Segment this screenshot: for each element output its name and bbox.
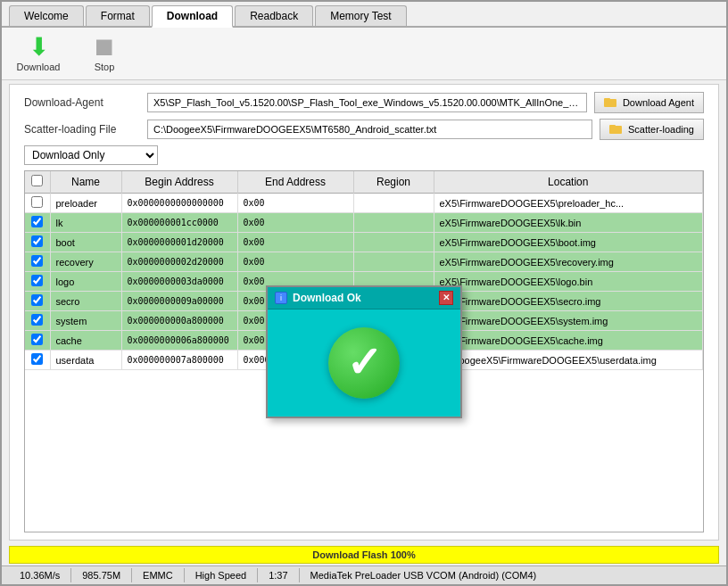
success-checkmark: ✓ <box>328 327 400 399</box>
progress-text: Download Flash 100% <box>312 549 416 560</box>
tab-bar: Welcome Format Download Readback Memory … <box>2 2 726 28</box>
download-agent-label: Download-Agent <box>24 96 140 109</box>
dialog-title: Download Ok <box>293 292 361 304</box>
folder-icon <box>604 98 616 107</box>
scatter-loading-input[interactable] <box>147 120 592 139</box>
status-speed: 10.36M/s <box>9 568 71 582</box>
tab-readback[interactable]: Readback <box>235 5 313 26</box>
status-connection: High Speed <box>185 568 259 582</box>
toolbar: ⬇ Download ⏹ Stop <box>2 28 726 80</box>
dialog-info-icon: i <box>275 292 287 304</box>
download-agent-input[interactable] <box>147 93 587 112</box>
dialog-close-button[interactable]: ✕ <box>439 291 453 305</box>
download-ok-dialog: i Download Ok ✕ ✓ <box>266 285 462 418</box>
download-mode-row: Download Only Firmware Upgrade Format Al… <box>24 145 704 165</box>
tab-format[interactable]: Format <box>86 5 150 26</box>
firmware-table: Name Begin Address End Address Region Lo… <box>24 170 704 532</box>
main-window: Welcome Format Download Readback Memory … <box>0 0 728 586</box>
dialog-body: ✓ <box>268 310 460 417</box>
dialog-title-content: i Download Ok <box>275 292 361 304</box>
stop-icon: ⏹ <box>92 35 117 60</box>
progress-bar: Download Flash 100% <box>9 546 719 564</box>
stop-button[interactable]: ⏹ Stop <box>82 35 127 72</box>
download-button[interactable]: ⬇ Download <box>16 35 61 72</box>
scatter-loading-label: Scatter-loading File <box>24 123 140 136</box>
stop-label: Stop <box>95 62 115 72</box>
download-mode-dropdown[interactable]: Download Only Firmware Upgrade Format Al… <box>24 145 158 165</box>
tab-welcome[interactable]: Welcome <box>9 5 84 26</box>
tab-memory-test[interactable]: Memory Test <box>315 5 406 26</box>
dialog-overlay: i Download Ok ✕ ✓ <box>25 171 703 532</box>
scatter-loading-button[interactable]: Scatter-loading <box>600 119 704 140</box>
content-area: Download-Agent Download Agent Scatter-lo… <box>9 84 719 541</box>
download-agent-row: Download-Agent Download Agent <box>24 92 704 113</box>
status-interface: EMMC <box>132 568 185 582</box>
download-agent-button[interactable]: Download Agent <box>594 92 704 113</box>
status-time: 1:37 <box>258 568 299 582</box>
status-size: 985.75M <box>71 568 132 582</box>
download-label: Download <box>17 62 61 72</box>
checkmark-icon: ✓ <box>346 342 382 384</box>
scatter-loading-row: Scatter-loading File Scatter-loading <box>24 119 704 140</box>
download-icon: ⬇ <box>29 35 49 60</box>
status-bar: 10.36M/s 985.75M EMMC High Speed 1:37 Me… <box>2 565 726 584</box>
tab-download[interactable]: Download <box>152 5 233 28</box>
dialog-titlebar: i Download Ok ✕ <box>268 287 460 310</box>
status-device: MediaTek PreLoader USB VCOM (Android) (C… <box>300 568 719 582</box>
folder-icon2 <box>609 125 622 134</box>
